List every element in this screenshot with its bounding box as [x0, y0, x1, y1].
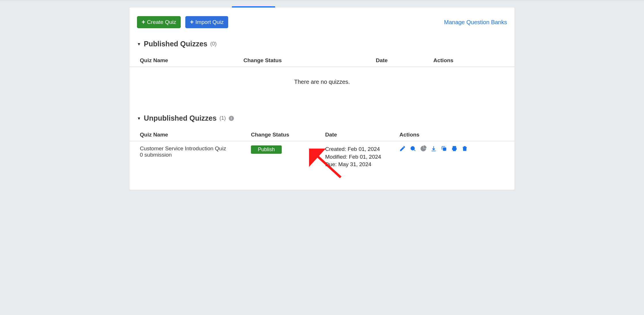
col-date: Date: [376, 57, 433, 64]
manage-question-banks-link[interactable]: Manage Question Banks: [444, 19, 507, 26]
grid-header: Quiz Name Change Status Date Actions: [129, 54, 515, 67]
unpublished-grid: Quiz Name Change Status Date Actions Cus…: [129, 129, 515, 172]
svg-rect-4: [453, 149, 456, 151]
unpublished-heading[interactable]: ▼ Unpublished Quizzes (1) i: [129, 114, 515, 122]
toolbar: + Create Quiz + Import Quiz Manage Quest…: [129, 16, 515, 28]
section-title: Unpublished Quizzes: [144, 114, 217, 122]
section-count: (1): [220, 115, 226, 121]
created-date: Feb 01, 2024: [348, 146, 380, 152]
table-row: Customer Service Introduction Quiz 0 sub…: [129, 141, 515, 172]
plus-icon: +: [142, 19, 145, 25]
due-label: Due:: [325, 161, 337, 167]
quiz-name[interactable]: Customer Service Introduction Quiz: [140, 145, 251, 152]
quiz-panel: + Create Quiz + Import Quiz Manage Quest…: [129, 7, 515, 190]
quiz-name-cell: Customer Service Introduction Quiz 0 sub…: [140, 145, 251, 158]
download-icon[interactable]: [430, 145, 437, 152]
col-status: Change Status: [243, 57, 376, 64]
preview-icon[interactable]: [410, 145, 416, 152]
plus-icon: +: [190, 19, 194, 25]
edit-icon[interactable]: [399, 145, 406, 152]
created-label: Created:: [325, 146, 346, 152]
section-count: (0): [210, 41, 217, 47]
chevron-down-icon: ▼: [137, 42, 141, 46]
create-quiz-button[interactable]: + Create Quiz: [137, 16, 181, 28]
create-quiz-label: Create Quiz: [147, 19, 176, 25]
active-tab-indicator: [232, 6, 275, 7]
col-name: Quiz Name: [140, 57, 243, 64]
top-divider: [0, 0, 644, 0]
modified-date: Feb 01, 2024: [349, 154, 381, 160]
delete-icon[interactable]: [462, 145, 468, 152]
modified-label: Modified:: [325, 154, 347, 160]
col-name: Quiz Name: [140, 132, 251, 138]
col-actions: Actions: [399, 132, 504, 138]
due-date: May 31, 2024: [338, 161, 371, 167]
col-date: Date: [325, 132, 399, 138]
stats-icon[interactable]: [420, 145, 426, 152]
import-quiz-label: Import Quiz: [195, 19, 224, 25]
chevron-down-icon: ▼: [137, 116, 141, 121]
import-quiz-button[interactable]: + Import Quiz: [185, 16, 228, 28]
svg-rect-2: [443, 147, 446, 151]
status-cell: Publish: [251, 145, 325, 154]
actions-cell: [399, 145, 504, 152]
date-cell: Created: Feb 01, 2024 Modified: Feb 01, …: [325, 145, 399, 168]
section-title: Published Quizzes: [144, 40, 207, 48]
copy-icon[interactable]: [441, 145, 447, 152]
grid-header: Quiz Name Change Status Date Actions: [129, 129, 515, 141]
empty-state: There are no quizzes.: [129, 67, 515, 103]
info-icon[interactable]: i: [229, 116, 234, 121]
published-grid: Quiz Name Change Status Date Actions The…: [129, 54, 515, 103]
print-icon[interactable]: [451, 145, 458, 152]
published-heading[interactable]: ▼ Published Quizzes (0): [129, 40, 515, 48]
svg-point-0: [411, 147, 415, 150]
col-actions: Actions: [433, 57, 504, 64]
col-status: Change Status: [251, 132, 325, 138]
quiz-submissions: 0 submission: [140, 152, 251, 158]
svg-line-1: [414, 150, 416, 151]
publish-button[interactable]: Publish: [251, 145, 282, 154]
